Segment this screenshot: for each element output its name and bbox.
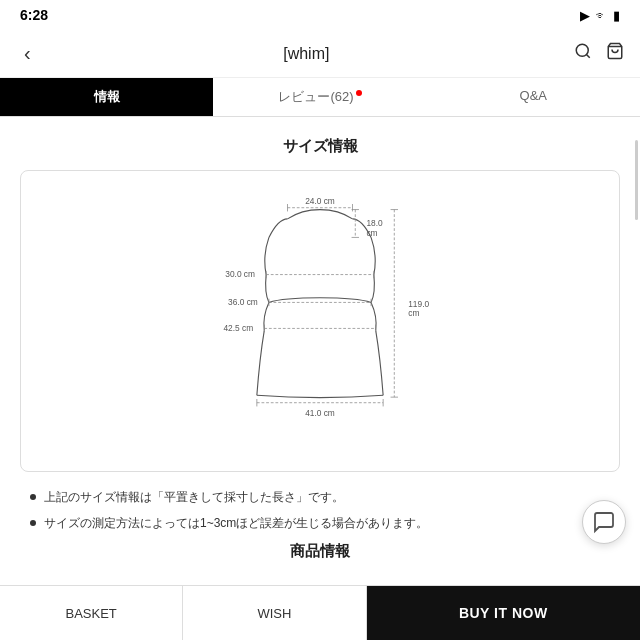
basket-button[interactable]: BASKET — [0, 586, 183, 640]
wish-button[interactable]: WISH — [183, 586, 366, 640]
status-bar: 6:28 ▶ ᯤ ▮ — [0, 0, 640, 30]
nav-actions — [574, 42, 624, 65]
note-item-2: サイズの測定方法によっては1~3cmほど誤差が生じる場合があります。 — [30, 514, 610, 532]
chat-button[interactable] — [582, 500, 626, 544]
back-button[interactable]: ‹ — [16, 38, 39, 69]
svg-point-0 — [576, 44, 588, 56]
bullet-2 — [30, 520, 36, 526]
svg-text:cm: cm — [408, 308, 419, 318]
nav-bar: ‹ [whim] — [0, 30, 640, 78]
size-diagram-svg: 24.0 cm 18.0 cm 30.0 cm 36.0 cm — [190, 191, 450, 451]
bullet-1 — [30, 494, 36, 500]
dress-diagram: 24.0 cm 18.0 cm 30.0 cm 36.0 cm — [190, 191, 450, 451]
svg-text:41.0 cm: 41.0 cm — [305, 408, 335, 418]
svg-text:24.0 cm: 24.0 cm — [305, 196, 335, 206]
size-card: 24.0 cm 18.0 cm 30.0 cm 36.0 cm — [20, 170, 620, 472]
tab-info[interactable]: 情報 — [0, 78, 213, 116]
svg-text:30.0 cm: 30.0 cm — [225, 269, 255, 279]
main-content: サイズ情報 — [0, 117, 640, 577]
tab-qa[interactable]: Q&A — [427, 78, 640, 116]
battery-icon: ▮ — [613, 8, 620, 23]
status-icons: ▶ ᯤ ▮ — [580, 8, 620, 23]
tab-reviews[interactable]: レビュー(62) — [213, 78, 426, 116]
buy-now-button[interactable]: BUY IT NOW — [367, 586, 640, 640]
note-item-1: 上記のサイズ情報は「平置きして採寸した長さ」です。 — [30, 488, 610, 506]
scrollbar[interactable] — [635, 140, 638, 220]
signal-icon: ▶ — [580, 8, 590, 23]
svg-line-1 — [586, 54, 589, 57]
wifi-icon: ᯤ — [595, 8, 608, 23]
product-info-title: 商品情報 — [0, 542, 640, 561]
svg-text:cm: cm — [366, 228, 377, 238]
search-icon[interactable] — [574, 42, 592, 65]
status-time: 6:28 — [20, 7, 48, 23]
svg-text:42.5 cm: 42.5 cm — [223, 323, 253, 333]
size-notes: 上記のサイズ情報は「平置きして採寸した長さ」です。 サイズの測定方法によっては1… — [20, 488, 620, 532]
tab-bar: 情報 レビュー(62) Q&A — [0, 78, 640, 117]
bottom-bar: BASKET WISH BUY IT NOW — [0, 585, 640, 640]
size-section-title: サイズ情報 — [0, 137, 640, 156]
cart-icon[interactable] — [606, 42, 624, 65]
svg-text:36.0 cm: 36.0 cm — [228, 297, 258, 307]
review-badge — [356, 90, 362, 96]
nav-title: [whim] — [283, 45, 329, 63]
